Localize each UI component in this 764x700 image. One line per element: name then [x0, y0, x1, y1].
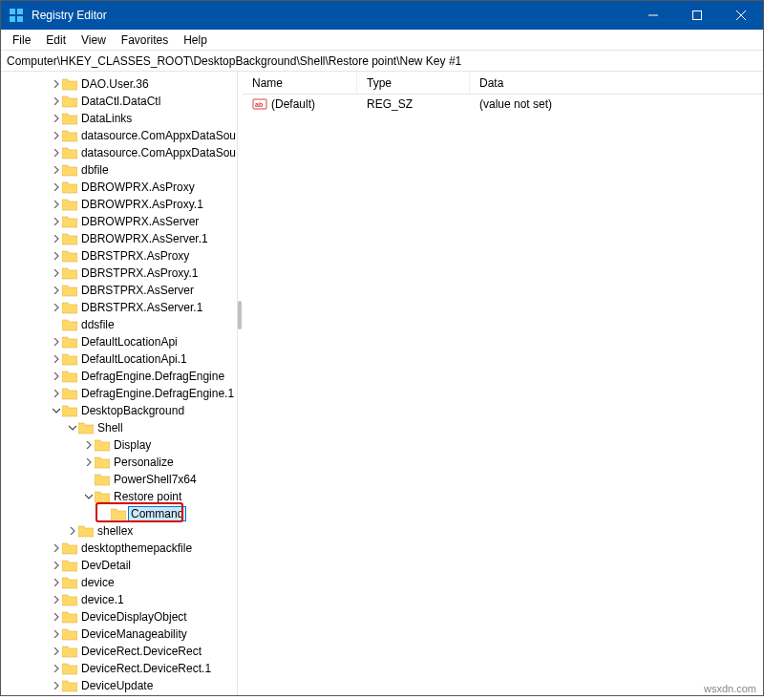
tree-node[interactable]: DBRSTPRX.AsServer [1, 282, 237, 299]
tree-node[interactable]: DeviceRect.DeviceRect [1, 643, 237, 660]
tree-node-label[interactable]: Personalize [113, 456, 175, 469]
tree-node[interactable]: Command [1, 505, 237, 522]
menu-view[interactable]: View [74, 32, 114, 49]
tree-node[interactable]: DefaultLocationApi.1 [1, 350, 237, 368]
chevron-right-icon[interactable] [51, 579, 62, 586]
chevron-right-icon[interactable] [51, 149, 62, 157]
tree-node[interactable]: shellex [1, 522, 237, 540]
tree-node-label[interactable]: ddsfile [80, 318, 116, 331]
chevron-right-icon[interactable] [51, 115, 62, 122]
chevron-right-icon[interactable] [51, 665, 62, 672]
chevron-down-icon[interactable] [51, 407, 62, 414]
tree-node-label[interactable]: DeviceRect.DeviceRect [80, 645, 202, 658]
tree-node-label[interactable]: DBRSTPRX.AsServer [80, 284, 195, 297]
tree-node[interactable]: device.1 [1, 591, 237, 608]
tree-node[interactable]: dbfile [1, 161, 237, 179]
tree-node[interactable]: DesktopBackground [1, 402, 237, 419]
address-bar[interactable]: Computer\HKEY_CLASSES_ROOT\DesktopBackgr… [1, 51, 763, 72]
tree-node[interactable]: DBROWPRX.AsProxy.1 [1, 196, 237, 213]
tree-node[interactable]: DBRSTPRX.AsServer.1 [1, 299, 237, 316]
chevron-right-icon[interactable] [83, 441, 95, 449]
tree-node-label[interactable]: dbfile [80, 163, 110, 177]
chevron-down-icon[interactable] [67, 424, 78, 432]
tree-node[interactable]: Restore point [1, 488, 237, 505]
chevron-right-icon[interactable] [67, 527, 78, 535]
chevron-right-icon[interactable] [51, 80, 62, 88]
tree-node-label[interactable]: DefaultLocationApi.1 [80, 352, 188, 366]
tree-node-label[interactable]: DeviceRect.DeviceRect.1 [80, 662, 212, 675]
chevron-right-icon[interactable] [51, 630, 62, 638]
tree-node-label[interactable]: PowerShell7x64 [113, 473, 198, 486]
chevron-right-icon[interactable] [51, 166, 62, 174]
tree-node[interactable]: desktopthemepackfile [1, 540, 237, 557]
tree-node-label[interactable]: DAO.User.36 [80, 77, 150, 91]
tree-node[interactable]: Display [1, 436, 237, 454]
column-data[interactable]: Data [470, 72, 763, 94]
tree-node-label[interactable]: DBRSTPRX.AsProxy.1 [80, 266, 199, 280]
tree-node-label[interactable]: DeviceManageability [80, 627, 188, 641]
minimize-button[interactable] [631, 1, 675, 30]
list-row[interactable]: ab (Default) REG_SZ (value not set) [243, 95, 763, 114]
tree-node-label[interactable]: Display [113, 438, 152, 452]
chevron-right-icon[interactable] [51, 269, 62, 277]
tree-node-label[interactable]: Command [129, 507, 185, 520]
tree-node[interactable]: device [1, 574, 237, 591]
tree-node[interactable]: DefragEngine.DefragEngine [1, 368, 237, 385]
tree-node[interactable]: DeviceDisplayObject [1, 608, 237, 626]
tree-node-label[interactable]: DefragEngine.DefragEngine.1 [80, 387, 235, 400]
tree-node[interactable]: DeviceUpdate [1, 677, 237, 694]
tree-node-label[interactable]: DBROWPRX.AsServer [80, 215, 200, 228]
tree-node-label[interactable]: DBROWPRX.AsProxy [80, 180, 196, 194]
maximize-button[interactable] [675, 1, 719, 30]
tree-node-label[interactable]: DeviceDisplayObject [80, 610, 188, 624]
tree-pane[interactable]: DAO.User.36DataCtl.DataCtlDataLinksdatas… [1, 72, 238, 695]
chevron-right-icon[interactable] [51, 286, 62, 294]
chevron-right-icon[interactable] [51, 252, 62, 260]
tree-node-label[interactable]: DefragEngine.DefragEngine [80, 370, 225, 383]
tree-node-label[interactable]: device [80, 576, 116, 589]
menu-favorites[interactable]: Favorites [114, 32, 176, 49]
tree-node[interactable]: DBRSTPRX.AsProxy [1, 247, 237, 265]
menu-file[interactable]: File [5, 32, 38, 49]
tree-node-label[interactable]: DBRSTPRX.AsServer.1 [80, 301, 203, 314]
tree-node[interactable]: DBROWPRX.AsProxy [1, 179, 237, 196]
tree-node[interactable]: datasource.ComAppxDataSou [1, 144, 237, 161]
chevron-right-icon[interactable] [83, 458, 95, 466]
chevron-right-icon[interactable] [51, 647, 62, 655]
tree-node-label[interactable]: DBROWPRX.AsServer.1 [80, 232, 209, 245]
close-button[interactable] [719, 1, 763, 30]
chevron-right-icon[interactable] [51, 544, 62, 552]
chevron-right-icon[interactable] [51, 235, 62, 243]
tree-node[interactable]: DeviceRect.DeviceRect.1 [1, 660, 237, 677]
menu-help[interactable]: Help [176, 32, 215, 49]
chevron-right-icon[interactable] [51, 613, 62, 621]
tree-node[interactable]: DBROWPRX.AsServer [1, 213, 237, 230]
titlebar[interactable]: Registry Editor [1, 1, 763, 30]
tree-node-label[interactable]: shellex [96, 524, 134, 538]
tree-node-label[interactable]: DevDetail [80, 559, 132, 572]
tree-node[interactable]: DBROWPRX.AsServer.1 [1, 230, 237, 247]
tree-node-label[interactable]: Shell [96, 421, 124, 435]
chevron-right-icon[interactable] [51, 132, 62, 139]
tree-node[interactable]: Shell [1, 419, 237, 436]
tree-node-label[interactable]: device.1 [80, 593, 125, 606]
column-type[interactable]: Type [357, 72, 470, 94]
tree-node[interactable]: DefaultLocationApi [1, 333, 237, 350]
tree-node[interactable]: DeviceManageability [1, 626, 237, 643]
chevron-down-icon[interactable] [83, 493, 95, 500]
tree-node-label[interactable]: datasource.ComAppxDataSou [80, 146, 237, 159]
tree-node[interactable]: DataLinks [1, 110, 237, 127]
tree-node-label[interactable]: desktopthemepackfile [80, 541, 193, 555]
tree-node[interactable]: DBRSTPRX.AsProxy.1 [1, 265, 237, 282]
chevron-right-icon[interactable] [51, 372, 62, 380]
splitter-thumb[interactable] [238, 301, 242, 329]
tree-node[interactable]: Personalize [1, 454, 237, 471]
chevron-right-icon[interactable] [51, 390, 62, 397]
tree-node[interactable]: PowerShell7x64 [1, 471, 237, 488]
tree-node-label[interactable]: DataCtl.DataCtl [80, 95, 161, 108]
chevron-right-icon[interactable] [51, 562, 62, 569]
tree-node[interactable]: ddsfile [1, 316, 237, 333]
chevron-right-icon[interactable] [51, 355, 62, 363]
tree-node-label[interactable]: DBROWPRX.AsProxy.1 [80, 198, 204, 211]
tree-node-label[interactable]: DefaultLocationApi [80, 335, 179, 349]
